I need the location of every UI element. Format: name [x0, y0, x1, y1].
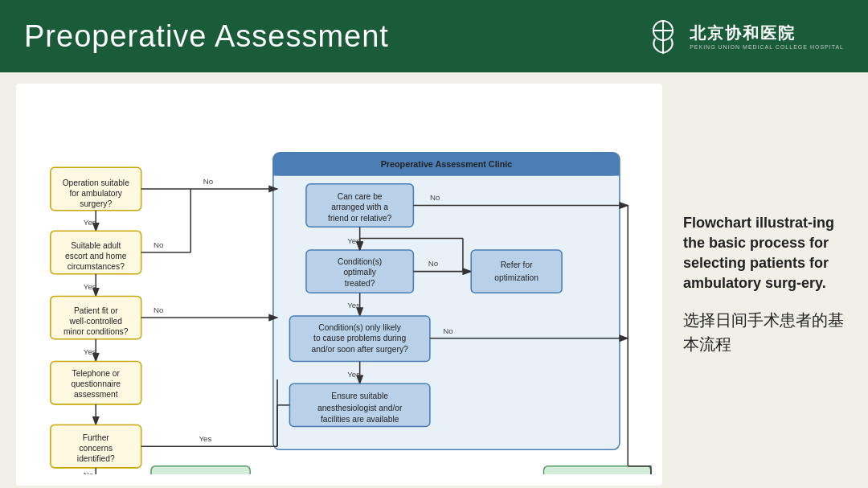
box-b9: [471, 250, 562, 293]
hospital-name-english: PEKING UNION MEDICAL COLLEGE HOSPITAL: [690, 44, 844, 50]
box-b5-text2: concerns: [79, 444, 113, 453]
pac-title: Preoperative Assessment Clinic: [381, 159, 513, 169]
b7-no-label: No: [430, 193, 440, 202]
box-b10-text2: to cause problems during: [313, 334, 406, 342]
box-b3-text2: well-controlled: [68, 317, 122, 326]
logo-text: 北京协和医院 PEKING UNION MEDICAL COLLEGE HOSP…: [690, 23, 844, 50]
right-chinese-text: 选择日间手术患者的基本流程: [683, 308, 844, 356]
flowchart-svg: Preoperative Assessment Clinic Operation…: [26, 95, 653, 474]
box-b1-text1: Operation suitable: [63, 178, 129, 187]
b10-no-label: No: [443, 326, 452, 335]
box-b13: [544, 466, 651, 474]
box-b9-text1: Refer for: [501, 260, 533, 269]
b8-no-label: No: [428, 259, 438, 268]
box-b7-text1: Can care be: [338, 192, 383, 201]
b10-yes-label: Yes: [347, 370, 360, 379]
b1-no-label: No: [203, 177, 213, 186]
b2-no-label: No: [154, 240, 163, 249]
header: Preoperative Assessment 北京协和医院 PEKING UN…: [0, 0, 868, 72]
b8-yes-label: Yes: [347, 301, 360, 310]
box-b9-text2: optimization: [494, 273, 538, 282]
box-b12: [151, 466, 250, 474]
box-b4-text3: assessment: [74, 390, 118, 399]
box-b7-text2: arranged with a: [331, 203, 388, 211]
right-english-text: Flowchart illustrat-ing the basic proces…: [683, 213, 844, 294]
box-b3-text3: minor conditions?: [63, 327, 129, 336]
box-b1-text3: surgery?: [80, 199, 112, 208]
box-b4-text1: Telephone or: [72, 369, 121, 378]
right-panel: Flowchart illustrat-ing the basic proces…: [675, 84, 852, 486]
box-b10-text3: and/or soon after surgery?: [312, 345, 409, 354]
box-b8-text1: Condition(s): [338, 257, 382, 266]
hospital-logo: 北京协和医院 PEKING UNION MEDICAL COLLEGE HOSP…: [643, 16, 844, 56]
b3-yes-label: Yes: [84, 347, 96, 356]
b5-no-label: No: [84, 470, 93, 474]
box-b3-text1: Patient fit or: [74, 306, 118, 315]
box-b11-text3: facilities are available: [321, 415, 399, 424]
b1-yes-label: Yes: [84, 218, 96, 227]
box-b7-text3: friend or relative?: [328, 214, 391, 223]
b2-yes-label: Yes: [84, 282, 96, 291]
box-b4-text2: questionnaire: [71, 379, 121, 388]
box-b8-text2: optimally: [343, 268, 376, 277]
hospital-name-chinese: 北京协和医院: [690, 23, 844, 44]
box-b11-text1: Ensure suitable: [331, 392, 388, 400]
box-b2-text3: circumstances?: [68, 262, 125, 271]
flowchart-area: Preoperative Assessment Clinic Operation…: [16, 84, 662, 486]
page-title: Preoperative Assessment: [24, 19, 389, 54]
box-b8-text3: treated?: [345, 279, 375, 288]
box-b5-text1: Further: [83, 433, 110, 442]
box-b11-text2: anesthesiologist and/or: [317, 404, 403, 412]
b7-yes-label: Yes: [347, 236, 360, 245]
box-b10-text1: Condition(s) only likely: [318, 323, 401, 332]
content-area: Preoperative Assessment Clinic Operation…: [0, 72, 868, 488]
slide: Preoperative Assessment 北京协和医院 PEKING UN…: [0, 0, 868, 488]
box-b5-text3: identified?: [77, 454, 115, 463]
box-b2-text1: Suitable adult: [71, 241, 121, 250]
hospital-logo-icon: [643, 16, 683, 56]
box-b2-text2: escort and home: [65, 252, 127, 260]
b5-yes-label: Yes: [199, 434, 212, 443]
b3-no-label: No: [154, 306, 163, 314]
box-b1-text2: for ambulatory: [69, 189, 122, 198]
